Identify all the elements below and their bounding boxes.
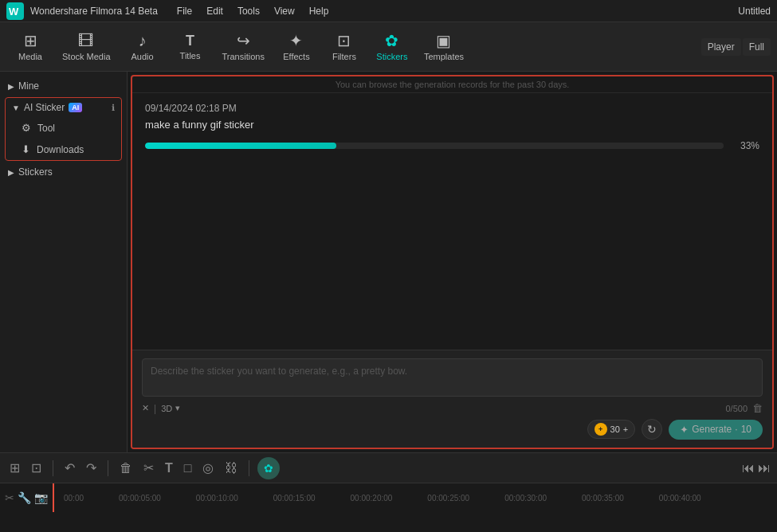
timeline: ⊞ ⊡ ↶ ↷ 🗑 ✂ T □ ◎ ⛓ ✿ ⏮ ⏭ ✂ 🔧 📷 00:00 00…	[0, 452, 777, 532]
player-tabs: Player Full	[701, 38, 771, 56]
toolbar-stock-label: Stock Media	[62, 52, 111, 61]
time-25: 00:00:25:00	[427, 494, 469, 503]
input-actions: + 30 + ↻ ✦ Generate · 10	[142, 419, 763, 440]
tl-btn-delete[interactable]: 🗑	[116, 460, 135, 477]
generate-label: Generate	[692, 424, 732, 435]
credit-count: 30	[610, 424, 620, 434]
main-panel: You can browse the generation records fo…	[131, 75, 774, 449]
time-10: 00:00:10:00	[196, 494, 238, 503]
toolbar-titles-label: Titles	[180, 51, 201, 61]
sidebar-group-mine: ▶ Mine	[0, 76, 127, 96]
stickers-icon: ✿	[385, 33, 398, 49]
track-icon-magnet[interactable]: 🔧	[18, 491, 31, 504]
menu-file[interactable]: File	[171, 4, 198, 18]
style-arrow-icon: ▾	[175, 403, 180, 413]
sidebar-item-tool[interactable]: ⚙ Tool	[6, 117, 121, 139]
toolbar-stickers-label: Stickers	[376, 52, 407, 61]
time-15: 00:00:15:00	[273, 494, 316, 503]
playback-prev[interactable]: ⏮	[742, 461, 755, 475]
toolbar-transitions[interactable]: ↪ Transitions	[214, 25, 273, 68]
tl-separator-2	[108, 460, 108, 476]
tl-btn-cut[interactable]: ✂	[140, 459, 157, 477]
toolbar-filters-label: Filters	[332, 52, 356, 61]
progress-bar-fill	[145, 143, 336, 149]
tl-btn-text[interactable]: T	[162, 460, 176, 477]
generate-count-val: 10	[741, 424, 751, 435]
style-3d[interactable]: 3D ▾	[161, 403, 180, 413]
tl-btn-select[interactable]: ⊡	[28, 459, 45, 477]
toolbar-media-label: Media	[18, 52, 42, 61]
titles-icon: T	[186, 33, 194, 48]
refresh-button[interactable]: ↻	[642, 419, 662, 440]
style-3d-label: 3D	[161, 404, 172, 413]
menu-help[interactable]: Help	[303, 4, 336, 18]
filters-icon: ⊡	[337, 33, 351, 49]
toolbar-templates[interactable]: ▣ Templates	[416, 25, 472, 68]
progress-bar-bg	[145, 143, 724, 149]
effects-icon: ✦	[289, 33, 303, 49]
toolbar-stickers[interactable]: ✿ Stickers	[368, 25, 416, 68]
transitions-icon: ↪	[237, 33, 250, 49]
toolbar-audio[interactable]: ♪ Audio	[119, 25, 167, 68]
stickers-label: Stickers	[18, 166, 53, 178]
stock-media-icon: 🎞	[78, 33, 94, 49]
ai-sticker-label: AI Sticker	[24, 102, 65, 113]
toolbar-templates-label: Templates	[424, 52, 464, 61]
toolbar-effects[interactable]: ✦ Effects	[273, 25, 320, 68]
tl-separator-1	[53, 460, 53, 476]
generation-record: 09/14/2024 02:18 PM make a funny gif sti…	[132, 93, 772, 350]
sidebar-item-ai-sticker[interactable]: ▼ AI Sticker AI ℹ	[6, 98, 121, 117]
style-x: ✕	[142, 403, 149, 413]
track-icons: ✂ 🔧 📷	[5, 491, 48, 504]
menu-view[interactable]: View	[268, 4, 301, 18]
ai-tools-icon[interactable]: ✿	[257, 457, 280, 479]
toolbar-media[interactable]: ⊞ Media	[6, 25, 54, 68]
media-icon: ⊞	[24, 33, 37, 49]
menu-tools[interactable]: Tools	[231, 4, 266, 18]
toolbar-audio-label: Audio	[131, 52, 153, 61]
app-title: Wondershare Filmora 14 Beta	[30, 6, 158, 17]
chevron-right-stickers-icon: ▶	[8, 168, 14, 177]
toolbar-titles[interactable]: T Titles	[167, 25, 214, 68]
panel-notice: You can browse the generation records fo…	[132, 76, 772, 93]
tl-btn-redo[interactable]: ↷	[83, 459, 100, 477]
info-icon[interactable]: ℹ	[112, 103, 115, 113]
ai-badge: AI	[69, 103, 82, 112]
track-icon-scissors[interactable]: ✂	[5, 491, 14, 504]
record-prompt: make a funny gif sticker	[145, 119, 759, 131]
chevron-down-icon: ▼	[12, 104, 20, 112]
sidebar-item-downloads[interactable]: ⬇ Downloads	[6, 139, 121, 160]
refresh-icon: ↻	[647, 423, 657, 436]
sidebar-item-mine[interactable]: ▶ Mine	[0, 76, 127, 96]
tab-player[interactable]: Player	[701, 38, 741, 56]
ai-sticker-section: ▼ AI Sticker AI ℹ ⚙ Tool ⬇ Downloads	[5, 97, 122, 161]
chevron-right-icon: ▶	[8, 82, 14, 91]
tl-btn-multitrack[interactable]: ⊞	[6, 459, 23, 477]
time-30: 00:00:30:00	[504, 494, 547, 503]
sidebar: ▶ Mine ▼ AI Sticker AI ℹ ⚙ Tool ⬇ Downlo…	[0, 72, 128, 452]
generate-count: ·	[735, 424, 737, 435]
playback-next[interactable]: ⏭	[758, 461, 771, 475]
toolbar-filters[interactable]: ⊡ Filters	[320, 25, 368, 68]
tl-btn-link[interactable]: ⛓	[222, 460, 241, 477]
tab-full[interactable]: Full	[743, 38, 771, 56]
sticker-prompt-input[interactable]	[142, 358, 763, 397]
tl-btn-crop[interactable]: □	[181, 460, 195, 477]
trash-icon[interactable]: 🗑	[752, 402, 763, 414]
sidebar-item-stickers[interactable]: ▶ Stickers	[0, 162, 127, 182]
time-20: 00:00:20:00	[351, 494, 393, 503]
track-icon-camera[interactable]: 📷	[34, 491, 48, 504]
tl-btn-rotate[interactable]: ◎	[199, 459, 217, 477]
tool-label: Tool	[37, 123, 55, 134]
tl-btn-undo[interactable]: ↶	[61, 459, 78, 477]
main-content: ▶ Mine ▼ AI Sticker AI ℹ ⚙ Tool ⬇ Downlo…	[0, 72, 777, 452]
credit-button[interactable]: + 30 +	[587, 420, 636, 439]
toolbar-effects-label: Effects	[283, 52, 309, 61]
window-title: Untitled	[738, 6, 771, 17]
downloads-label: Downloads	[37, 144, 84, 155]
menu-edit[interactable]: Edit	[200, 4, 230, 18]
generate-button[interactable]: ✦ Generate · 10	[669, 420, 763, 440]
timeline-bottom: ✂ 🔧 📷 00:00 00:00:05:00 00:00:10:00 00:0…	[0, 483, 777, 512]
style-x-icon: ✕	[142, 403, 149, 413]
toolbar-stock-media[interactable]: 🎞 Stock Media	[54, 25, 119, 68]
